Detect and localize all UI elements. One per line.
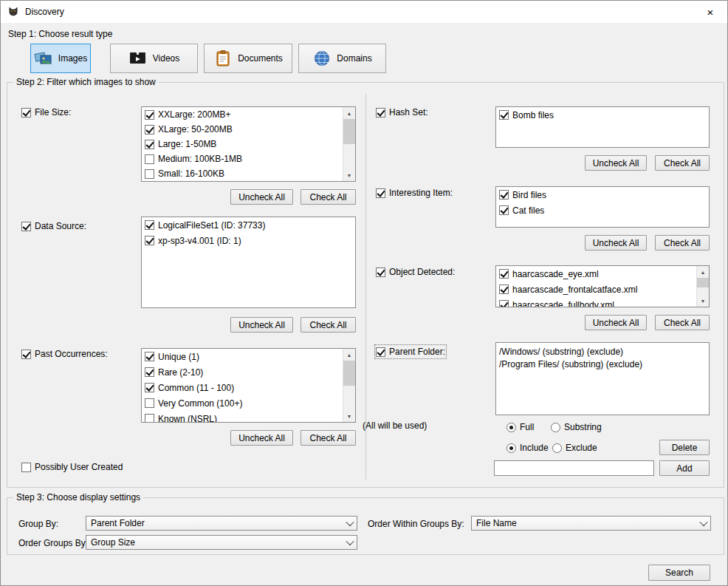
file-size-check-all-button[interactable]: Check All [301, 189, 356, 205]
item-checkbox[interactable] [145, 138, 154, 150]
past-occurrences-filter-checkbox[interactable]: Past Occurrences: [21, 348, 108, 360]
file-size-list[interactable]: XXLarge: 200MB+ XLarge: 50-200MB Large: … [141, 106, 356, 182]
list-item[interactable]: Bomb files [496, 107, 709, 123]
scrollbar[interactable]: ▲ ▼ [343, 349, 355, 422]
past-occurrences-check-all-button[interactable]: Check All [301, 430, 356, 446]
scrollbar[interactable]: ▲ ▼ [696, 266, 709, 307]
full-radio[interactable]: Full [506, 421, 534, 433]
past-occurrences-uncheck-all-button[interactable]: Uncheck All [230, 430, 293, 446]
item-checkbox[interactable] [145, 235, 154, 247]
list-item[interactable]: Medium: 100KB-1MB [142, 151, 343, 166]
add-button[interactable]: Add [659, 460, 710, 476]
substring-radio[interactable]: Substring [551, 421, 602, 433]
item-checkbox[interactable] [145, 153, 154, 165]
possibly-user-created-checkbox[interactable]: Possibly User Created [21, 461, 123, 473]
search-button[interactable]: Search [648, 565, 710, 581]
list-item[interactable]: Small: 16-100KB [142, 166, 343, 181]
item-checkbox[interactable] [145, 123, 154, 135]
hash-set-check-all-button[interactable]: Check All [655, 155, 710, 171]
item-checkbox[interactable] [145, 382, 154, 394]
list-item[interactable]: XLarge: 50-200MB [142, 122, 343, 137]
item-checkbox[interactable] [145, 109, 154, 120]
scroll-down-icon[interactable]: ▼ [697, 295, 709, 307]
domains-icon [312, 50, 332, 67]
parent-folder-filter-checkbox[interactable]: Parent Folder: [376, 346, 445, 358]
hash-set-filter-checkbox[interactable]: Hash Set: [376, 106, 428, 118]
list-item[interactable]: Bird files [496, 187, 709, 202]
item-checkbox[interactable] [145, 367, 154, 378]
object-detected-uncheck-all-button[interactable]: Uncheck All [585, 315, 647, 330]
order-groups-by-select[interactable]: Group Size [86, 535, 357, 550]
item-checkbox[interactable] [145, 219, 154, 231]
interesting-item-list[interactable]: Bird files Cat files [495, 186, 710, 228]
item-checkbox[interactable] [145, 351, 154, 363]
include-radio[interactable]: Include [506, 442, 549, 454]
scroll-thumb[interactable] [343, 119, 355, 144]
list-item[interactable]: xp-sp3-v4.001 (ID: 1) [142, 233, 355, 248]
item-checkbox[interactable] [499, 205, 509, 217]
list-item[interactable]: Known (NSRL) [142, 411, 343, 423]
data-source-filter-checkbox[interactable]: Data Source: [21, 220, 86, 232]
item-label: Bomb files [512, 110, 554, 120]
file-size-filter-checkbox[interactable]: File Size: [21, 106, 71, 118]
item-checkbox[interactable] [499, 109, 509, 121]
app-icon [7, 6, 19, 18]
object-detected-check-all-button[interactable]: Check All [655, 315, 710, 330]
list-item[interactable]: XXLarge: 200MB+ [142, 107, 343, 122]
list-item[interactable]: haarcascade_frontalcatface.xml [496, 282, 696, 297]
hash-set-uncheck-all-button[interactable]: Uncheck All [585, 155, 647, 171]
data-source-check-all-button[interactable]: Check All [301, 317, 356, 333]
item-checkbox[interactable] [499, 284, 509, 296]
scroll-thumb[interactable] [343, 361, 355, 386]
filter-label: File Size: [35, 107, 71, 117]
result-type-documents-button[interactable]: Documents [204, 44, 292, 73]
list-item[interactable]: Common (11 - 100) [142, 380, 343, 395]
interesting-item-check-all-button[interactable]: Check All [655, 235, 710, 251]
parent-folder-item[interactable]: /Program Files/ (substring) (exclude) [496, 358, 709, 370]
scroll-up-icon[interactable]: ▲ [343, 107, 355, 119]
list-item[interactable]: Rare (2-10) [142, 364, 343, 380]
item-checkbox[interactable] [145, 413, 154, 423]
interesting-item-filter-checkbox[interactable]: Interesting Item: [376, 187, 453, 199]
scroll-up-icon[interactable]: ▲ [343, 349, 355, 361]
order-groups-by-label: Order Groups By: [18, 538, 88, 548]
scroll-thumb[interactable] [697, 278, 709, 287]
hash-set-list[interactable]: Bomb files [495, 106, 710, 148]
list-item[interactable]: Large: 1-50MB [142, 137, 343, 151]
result-type-images-button[interactable]: Images [30, 44, 91, 73]
group-by-select[interactable]: Parent Folder [86, 516, 357, 531]
scroll-up-icon[interactable]: ▲ [697, 266, 709, 278]
delete-button[interactable]: Delete [659, 440, 710, 455]
scroll-down-icon[interactable]: ▼ [343, 410, 355, 422]
item-checkbox[interactable] [499, 299, 509, 308]
result-type-domains-button[interactable]: Domains [298, 44, 386, 73]
list-item[interactable]: LogicalFileSet1 (ID: 37733) [142, 217, 355, 233]
list-item[interactable]: Unique (1) [142, 349, 343, 364]
close-button[interactable]: × [693, 1, 727, 23]
list-item[interactable]: Very Common (100+) [142, 395, 343, 411]
past-occurrences-list[interactable]: Unique (1) Rare (2-10) Common (11 - 100)… [141, 348, 356, 423]
item-checkbox[interactable] [499, 268, 509, 280]
scroll-down-icon[interactable]: ▼ [343, 169, 355, 181]
object-detected-filter-checkbox[interactable]: Object Detected: [376, 266, 455, 278]
object-detected-list[interactable]: haarcascade_eye.xml haarcascade_frontalc… [495, 265, 710, 307]
parent-folder-input[interactable] [494, 460, 654, 476]
order-within-groups-select[interactable]: File Name [471, 516, 711, 531]
item-checkbox[interactable] [499, 189, 509, 201]
item-checkbox[interactable] [145, 168, 154, 180]
exclude-radio[interactable]: Exclude [552, 442, 597, 454]
checkbox-box [21, 350, 31, 359]
item-label: XLarge: 50-200MB [158, 124, 233, 134]
item-checkbox[interactable] [145, 398, 154, 409]
parent-folder-item[interactable]: /Windows/ (substring) (exclude) [496, 345, 709, 358]
list-item[interactable]: haarcascade_fullbody.xml [496, 297, 696, 307]
file-size-uncheck-all-button[interactable]: Uncheck All [230, 189, 293, 205]
interesting-item-uncheck-all-button[interactable]: Uncheck All [585, 235, 647, 251]
scrollbar[interactable]: ▲ ▼ [343, 107, 355, 181]
data-source-list[interactable]: LogicalFileSet1 (ID: 37733) xp-sp3-v4.00… [141, 217, 356, 308]
parent-folder-list[interactable]: /Windows/ (substring) (exclude) /Program… [495, 342, 710, 415]
result-type-videos-button[interactable]: Videos [110, 44, 198, 73]
list-item[interactable]: Cat files [496, 202, 709, 218]
data-source-uncheck-all-button[interactable]: Uncheck All [230, 317, 293, 333]
list-item[interactable]: haarcascade_eye.xml [496, 266, 696, 282]
